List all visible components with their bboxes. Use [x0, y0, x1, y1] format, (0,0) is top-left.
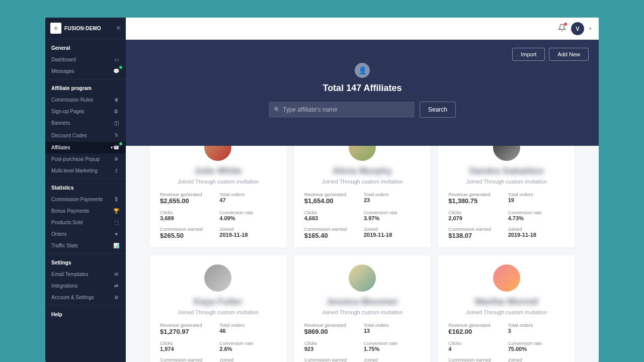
sidebar-item-label: Commission Rules [51, 97, 113, 103]
stat-value-commission: $265.50 [160, 232, 216, 239]
stat-label: Conversion rate [364, 210, 420, 215]
user-avatar[interactable]: V [571, 22, 584, 35]
affiliate-avatar [493, 264, 520, 292]
sidebar-item-icon: ✉ [113, 272, 120, 277]
sidebar-item-label: Orders [51, 231, 113, 237]
sidebar-item-label: Sign-up Pages [51, 109, 113, 114]
sidebar-item-label: Integrations [51, 283, 113, 289]
stat-label: Conversion rate [508, 340, 565, 346]
sidebar-item-account-settings[interactable]: Account & Settings⚙ [45, 292, 126, 303]
main: V ▾ Import Add New 👤 Total 147 Affiliate… [126, 18, 599, 362]
user-menu-caret-icon[interactable]: ▾ [589, 26, 592, 31]
stat-value-clicks: 923 [304, 346, 361, 352]
add-new-button[interactable]: Add New [549, 48, 589, 61]
sidebar-item-multi-level-marketing[interactable]: Multi-level Marketing⇪ [45, 165, 126, 176]
sidebar-item-label: Affiliates [51, 145, 110, 150]
pin-icon[interactable]: ⇱ [117, 26, 121, 31]
search-icon: 🔍 [274, 107, 281, 113]
sidebar-item-affiliates[interactable]: Affiliates▾☎ [45, 142, 126, 153]
stat-value-revenue: €162.00 [448, 328, 505, 335]
stat-value-conversion: 1.75% [364, 346, 420, 352]
stat-value-conversion: 75.00% [508, 346, 565, 352]
stat-label: Total orders [219, 192, 276, 197]
sidebar-item-icon: ☎ [113, 145, 120, 150]
stat-label: Commission earned [448, 357, 505, 362]
sidebar-item-products-sold[interactable]: Products Sold⬚ [45, 217, 126, 228]
hero: Import Add New 👤 Total 147 Affiliates 🔍 … [126, 40, 599, 146]
affiliate-name: Kaya Fuller [160, 297, 276, 307]
sidebar-item-label: Messages [51, 68, 113, 74]
sidebar-item-dashboard[interactable]: Dashboard▭ [45, 54, 126, 65]
import-button[interactable]: Import [512, 48, 545, 61]
stat-value-orders: 47 [219, 197, 276, 203]
sidebar-item-icon: 🏆 [113, 208, 120, 214]
brand[interactable]: ☕ FUSION·DEMO ⇱ [45, 18, 126, 39]
stat-label: Commission earned [304, 226, 361, 232]
stat-label: Conversion rate [219, 340, 276, 346]
sidebar-badge [119, 65, 123, 69]
stat-label: Total orders [219, 322, 276, 328]
sidebar-item-label: Traffic Stats [51, 243, 113, 248]
notifications-bell-icon[interactable] [558, 24, 566, 34]
sidebar-item-discount-codes[interactable]: Discount Codes％ [45, 129, 126, 142]
sidebar-item-traffic-stats[interactable]: Traffic Stats📊 [45, 240, 126, 251]
sidebar-item-integrations[interactable]: Integrations⇄ [45, 280, 126, 292]
stat-value-clicks: 2,079 [448, 215, 505, 221]
stat-label: Clicks [160, 210, 216, 215]
sidebar-item-orders[interactable]: Orders✦ [45, 228, 126, 240]
sidebar-item-sign-up-pages[interactable]: Sign-up Pages🗎 [45, 106, 126, 117]
sidebar-item-label: Discount Codes [51, 133, 113, 138]
stat-value-conversion: 4.09% [219, 215, 276, 221]
sidebar-item-email-templates[interactable]: Email Templates✉ [45, 268, 126, 280]
sidebar-section-title: Help [45, 310, 126, 320]
sidebar-item-icon: ⇄ [113, 283, 120, 289]
stat-label: Clicks [160, 340, 216, 346]
sidebar-badge [119, 142, 123, 146]
affiliate-grid-container: Julie White Joined Through custom invita… [126, 125, 599, 362]
sidebar-item-label: Products Sold [51, 220, 113, 225]
affiliate-joined-via: Joined Through custom invitation [160, 309, 276, 315]
sidebar-item-label: Email Templates [51, 272, 113, 277]
sidebar-item-label: Multi-level Marketing [51, 168, 113, 173]
stat-label: Total orders [364, 192, 420, 197]
stat-label: Commission earned [160, 357, 216, 362]
affiliate-card[interactable]: Jessica Bloomer Joined Through custom in… [294, 255, 431, 362]
sidebar-item-icon: ✲ [113, 156, 120, 162]
stat-label: Revenue generated [160, 322, 216, 328]
stat-value-conversion: 2.6% [219, 346, 276, 352]
sidebar-item-commission-rules[interactable]: Commission Rules♛ [45, 94, 126, 106]
sidebar: ☕ FUSION·DEMO ⇱ GeneralDashboard▭Message… [45, 18, 126, 362]
stat-value-revenue: $1,654.00 [304, 197, 361, 205]
sidebar-item-icon: ♛ [113, 97, 120, 103]
sidebar-section-title: Affiliate program [45, 83, 126, 94]
stat-label: Clicks [304, 210, 361, 215]
search-button[interactable]: Search [420, 102, 456, 118]
search-input[interactable] [281, 102, 410, 118]
sidebar-item-banners[interactable]: Banners◫ [45, 117, 126, 129]
affiliate-joined-via: Joined Through custom invitation [160, 178, 276, 185]
stat-value-orders: 23 [364, 197, 420, 203]
stat-value-joined: 2019-11-18 [219, 232, 276, 238]
stat-value-orders: 46 [219, 328, 276, 334]
stat-value-revenue: $1,380.75 [448, 197, 505, 205]
sidebar-item-messages[interactable]: Messages💬 [45, 65, 126, 77]
stat-label: Revenue generated [304, 192, 361, 197]
sidebar-item-icon: 💬 [113, 68, 120, 74]
affiliate-card[interactable]: Kaya Fuller Joined Through custom invita… [150, 255, 286, 362]
search-box[interactable]: 🔍 [269, 102, 415, 118]
sidebar-item-commission-payments[interactable]: Commission Payments$ [45, 194, 126, 205]
affiliate-avatar [349, 264, 376, 292]
stat-value-commission: $138.07 [448, 232, 505, 239]
sidebar-item-label: Banners [51, 120, 113, 126]
stat-label: Revenue generated [304, 322, 361, 328]
stat-label: Revenue generated [448, 192, 505, 197]
stat-label: Conversion rate [364, 340, 420, 346]
stat-value-revenue: $869.00 [304, 328, 361, 335]
affiliate-joined-via: Joined Through custom invitation [304, 309, 421, 315]
sidebar-item-bonus-payments[interactable]: Bonus Payments🏆 [45, 205, 126, 217]
page-title: Total 147 Affiliates [323, 83, 401, 94]
notification-dot [564, 23, 567, 26]
affiliate-card[interactable]: Martha Worrell Joined Through custom inv… [438, 255, 575, 362]
sidebar-item-post-purchase-popup[interactable]: Post-purchase Popup✲ [45, 153, 126, 165]
stat-label: Revenue generated [160, 192, 216, 197]
